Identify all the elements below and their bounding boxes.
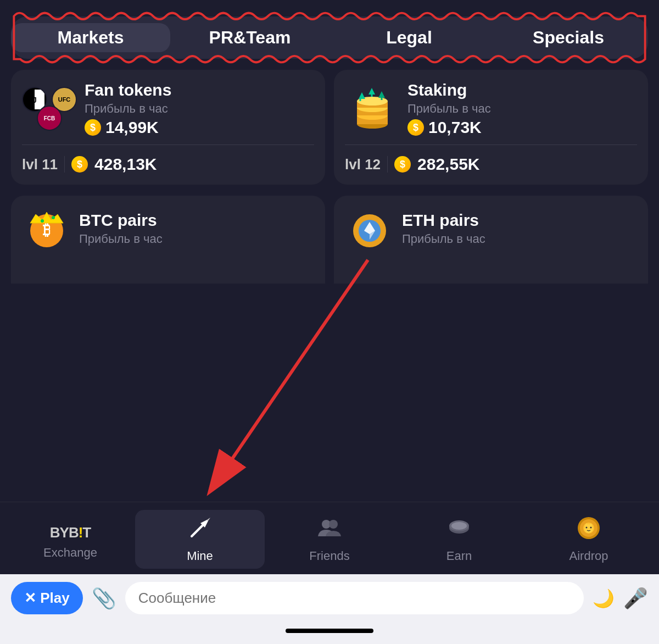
airdrop-label: Airdrop bbox=[569, 549, 608, 563]
cards-grid: J UFC FCB Fan tokens Прибыль в час $ bbox=[11, 70, 648, 185]
btc-pairs-card[interactable]: ₿ BTC pairs Прибыль в час bbox=[11, 196, 325, 284]
mine-label: Mine bbox=[187, 549, 213, 563]
bybit-icon: BYB!T bbox=[50, 519, 91, 542]
fan-tokens-coin-icon: $ bbox=[85, 119, 101, 136]
svg-marker-12 bbox=[378, 91, 385, 98]
svg-text:J: J bbox=[32, 96, 37, 104]
svg-point-20 bbox=[52, 216, 55, 219]
nav-bar-wrapper: Markets PR&Team Legal Specials bbox=[11, 16, 648, 59]
staking-card[interactable]: Staking Прибыль в час $ 10,73K lvl 12 $ … bbox=[334, 70, 648, 185]
svg-point-33 bbox=[584, 524, 593, 533]
nav-item-legal[interactable]: Legal bbox=[330, 23, 489, 52]
nav-item-friends[interactable]: Friends bbox=[265, 510, 394, 569]
home-indicator-area bbox=[0, 622, 659, 644]
emoji-icon[interactable]: 🌙 bbox=[593, 588, 615, 609]
home-bar bbox=[286, 629, 373, 633]
earn-label: Earn bbox=[446, 549, 472, 563]
exchange-label: Exchange bbox=[43, 546, 97, 560]
fan-tokens-amount: 428,13K bbox=[94, 155, 157, 174]
svg-point-26 bbox=[329, 520, 338, 529]
btc-pairs-header: ₿ BTC pairs Прибыль в час bbox=[22, 207, 314, 251]
earn-icon bbox=[446, 515, 472, 546]
staking-coin-icon: $ bbox=[407, 119, 424, 136]
nav-item-markets[interactable]: Markets bbox=[11, 23, 170, 52]
svg-point-29 bbox=[451, 522, 467, 530]
fan-tokens-header: J UFC FCB Fan tokens Прибыль в час $ bbox=[22, 81, 314, 137]
nav-bar: Markets PR&Team Legal Specials bbox=[11, 16, 648, 59]
fan-tokens-subtitle: Прибыль в час bbox=[85, 102, 171, 116]
svg-marker-10 bbox=[359, 92, 365, 99]
btc-pairs-info: BTC pairs Прибыль в час bbox=[79, 211, 163, 246]
staking-title: Staking bbox=[407, 81, 491, 99]
svg-point-35 bbox=[590, 527, 592, 529]
eth-pairs-card[interactable]: ETH pairs Прибыль в час bbox=[334, 196, 648, 284]
play-button[interactable]: ✕ Play bbox=[11, 582, 83, 614]
staking-info: Staking Прибыль в час $ 10,73K bbox=[407, 81, 491, 137]
barca-logo: FCB bbox=[37, 106, 62, 131]
message-bar: ✕ Play 📎 🌙 🎤 bbox=[0, 574, 659, 622]
fan-tokens-icon: J UFC FCB bbox=[22, 87, 77, 131]
message-input[interactable] bbox=[125, 582, 584, 614]
bottom-cards-grid: ₿ BTC pairs Прибыль в час bbox=[11, 196, 648, 284]
staking-level: lvl 12 bbox=[345, 156, 381, 173]
svg-marker-18 bbox=[30, 212, 63, 223]
bottom-nav: BYB!T Exchange Mine bbox=[0, 502, 659, 574]
play-button-label: ✕ Play bbox=[24, 590, 70, 607]
fan-tokens-level-divider bbox=[64, 156, 65, 173]
eth-pairs-subtitle: Прибыль в час bbox=[402, 232, 485, 246]
voice-icon[interactable]: 🎤 bbox=[623, 587, 648, 610]
mine-icon bbox=[187, 515, 213, 546]
btc-pairs-title: BTC pairs bbox=[79, 211, 163, 230]
staking-divider bbox=[345, 145, 637, 145]
staking-subtitle: Прибыль в час bbox=[407, 102, 491, 116]
attachment-icon[interactable]: 📎 bbox=[92, 587, 116, 610]
staking-level-divider bbox=[387, 156, 388, 173]
airdrop-icon bbox=[576, 515, 601, 546]
fan-tokens-footer: lvl 11 $ 428,13K bbox=[22, 153, 314, 174]
friends-icon bbox=[317, 515, 342, 546]
fan-tokens-profit: $ 14,99K bbox=[85, 118, 171, 137]
btc-pairs-subtitle: Прибыль в час bbox=[79, 232, 163, 246]
fan-tokens-amount-coin: $ bbox=[71, 156, 88, 173]
eth-icon bbox=[345, 207, 394, 251]
staking-profit: $ 10,73K bbox=[407, 118, 491, 137]
nav-item-airdrop[interactable]: Airdrop bbox=[524, 510, 654, 569]
eth-pairs-title: ETH pairs bbox=[402, 211, 485, 230]
nav-item-exchange[interactable]: BYB!T Exchange bbox=[5, 513, 135, 565]
svg-marker-11 bbox=[368, 88, 375, 95]
friends-label: Friends bbox=[309, 549, 349, 563]
nav-item-prteam[interactable]: PR&Team bbox=[170, 23, 330, 52]
svg-text:₿: ₿ bbox=[43, 221, 51, 238]
eth-pairs-info: ETH pairs Прибыль в час bbox=[402, 211, 485, 246]
svg-point-19 bbox=[41, 219, 44, 223]
fan-tokens-title: Fan tokens bbox=[85, 81, 171, 99]
nav-item-mine[interactable]: Mine bbox=[135, 510, 265, 569]
svg-point-34 bbox=[586, 527, 588, 529]
staking-header: Staking Прибыль в час $ 10,73K bbox=[345, 81, 637, 137]
fan-tokens-profit-value: 14,99K bbox=[105, 118, 159, 137]
staking-profit-value: 10,73K bbox=[428, 118, 482, 137]
staking-amount: 282,55K bbox=[417, 155, 479, 174]
staking-icon bbox=[345, 87, 400, 131]
staking-amount-coin: $ bbox=[394, 156, 411, 173]
nav-item-earn[interactable]: Earn bbox=[394, 510, 524, 569]
btc-icon: ₿ bbox=[22, 207, 71, 251]
nav-item-specials[interactable]: Specials bbox=[489, 23, 648, 52]
staking-footer: lvl 12 $ 282,55K bbox=[345, 153, 637, 174]
fan-tokens-level: lvl 11 bbox=[22, 156, 58, 173]
fan-tokens-divider bbox=[22, 145, 314, 145]
fan-tokens-info: Fan tokens Прибыль в час $ 14,99K bbox=[85, 81, 171, 137]
eth-pairs-header: ETH pairs Прибыль в час bbox=[345, 207, 637, 251]
fan-tokens-card[interactable]: J UFC FCB Fan tokens Прибыль в час $ bbox=[11, 70, 325, 185]
